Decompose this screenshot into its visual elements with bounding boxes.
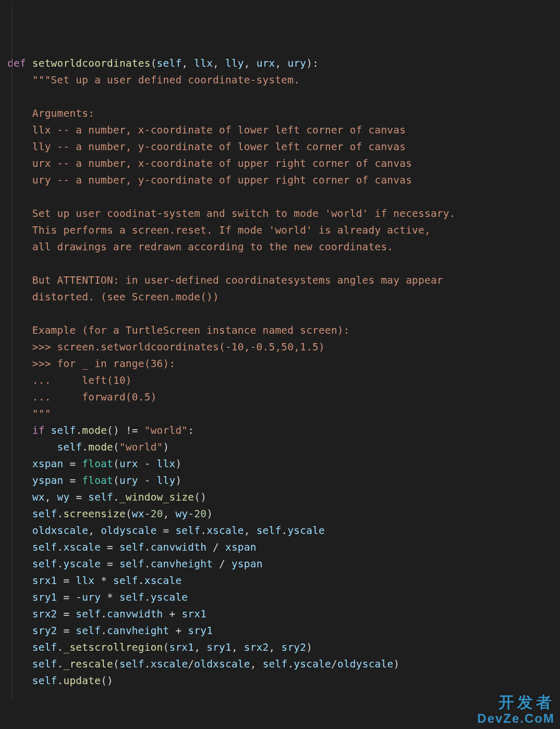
- code-line: self.yscale = self.canvheight / yspan: [7, 556, 560, 573]
- code-line: Set up user coodinat-system and switch t…: [7, 205, 560, 222]
- code-line: lly -- a number, y-coordinate of lower l…: [7, 139, 560, 155]
- code-line: srx1 = llx * self.xscale: [7, 573, 560, 589]
- code-line: >>> screen.setworldcoordinates(-10,-0.5,…: [7, 339, 560, 356]
- code-line: Example (for a TurtleScreen instance nam…: [7, 322, 560, 339]
- code-editor: def setworldcoordinates(self, llx, lly, …: [0, 0, 560, 706]
- code-line: self.xscale = self.canvwidth / xspan: [7, 539, 560, 556]
- code-line: ... left(10): [7, 372, 560, 389]
- code-line: self.update(): [7, 673, 560, 689]
- code-line: This performs a screen.reset. If mode 'w…: [7, 222, 560, 239]
- code-line: self._setscrollregion(srx1, sry1, srx2, …: [7, 639, 560, 656]
- code-line: oldxscale, oldyscale = self.xscale, self…: [7, 523, 560, 539]
- code-line: urx -- a number, x-coordinate of upper r…: [7, 155, 560, 172]
- code-line: [7, 306, 560, 322]
- code-line: """: [7, 406, 560, 422]
- code-line: ury -- a number, y-coordinate of upper r…: [7, 172, 560, 189]
- code-line: self.mode("world"): [7, 439, 560, 456]
- code-line: Arguments:: [7, 105, 560, 122]
- code-line: [7, 89, 560, 105]
- code-line: ... forward(0.5): [7, 389, 560, 406]
- code-line: def setworldcoordinates(self, llx, lly, …: [7, 55, 560, 72]
- watermark-line2: DevZe.CoM: [477, 711, 555, 726]
- code-line: >>> for _ in range(36):: [7, 356, 560, 372]
- code-line: """Set up a user defined coordinate-syst…: [7, 72, 560, 89]
- code-line: yspan = float(ury - lly): [7, 472, 560, 489]
- code-line: self._rescale(self.xscale/oldxscale, sel…: [7, 656, 560, 673]
- code-line: self.screensize(wx-20, wy-20): [7, 506, 560, 523]
- code-line: distorted. (see Screen.mode()): [7, 289, 560, 306]
- code-line: llx -- a number, x-coordinate of lower l…: [7, 122, 560, 139]
- code-line: wx, wy = self._window_size(): [7, 489, 560, 506]
- code-line: [7, 256, 560, 272]
- code-block: def setworldcoordinates(self, llx, lly, …: [7, 55, 560, 689]
- code-line: sry1 = -ury * self.yscale: [7, 589, 560, 606]
- code-line: all drawings are redrawn according to th…: [7, 239, 560, 256]
- code-line: sry2 = self.canvheight + sry1: [7, 623, 560, 639]
- code-line: if self.mode() != "world":: [7, 422, 560, 439]
- code-line: But ATTENTION: in user-defined coordinat…: [7, 272, 560, 289]
- code-line: srx2 = self.canvwidth + srx1: [7, 606, 560, 623]
- code-line: [7, 189, 560, 205]
- code-line: xspan = float(urx - llx): [7, 456, 560, 472]
- indent-guide: [11, 6, 12, 700]
